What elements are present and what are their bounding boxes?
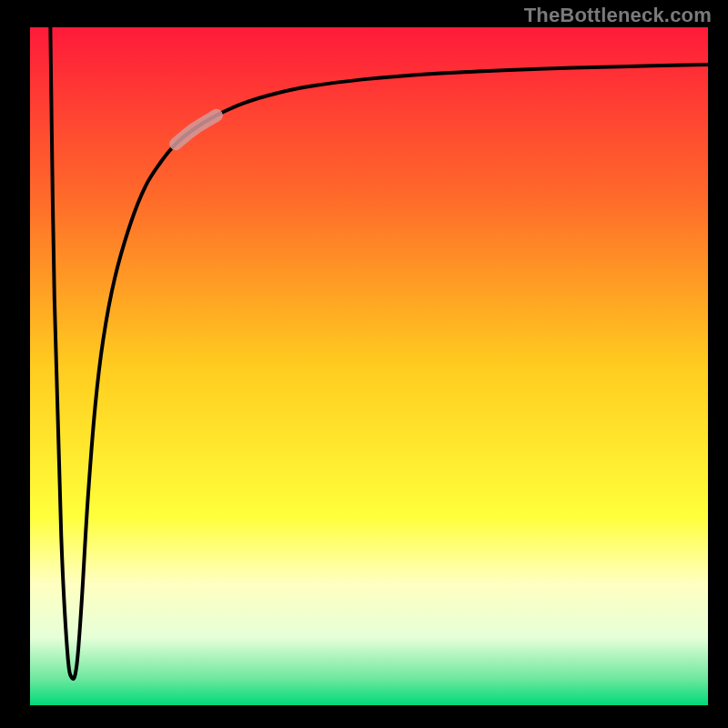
plot-background xyxy=(30,27,708,705)
frame-bottom xyxy=(0,705,728,728)
chart-stage: TheBottleneck.com xyxy=(0,0,728,728)
frame-right xyxy=(708,0,728,728)
frame-left xyxy=(0,0,30,728)
bottleneck-plot xyxy=(0,0,728,728)
watermark-text: TheBottleneck.com xyxy=(524,4,712,27)
